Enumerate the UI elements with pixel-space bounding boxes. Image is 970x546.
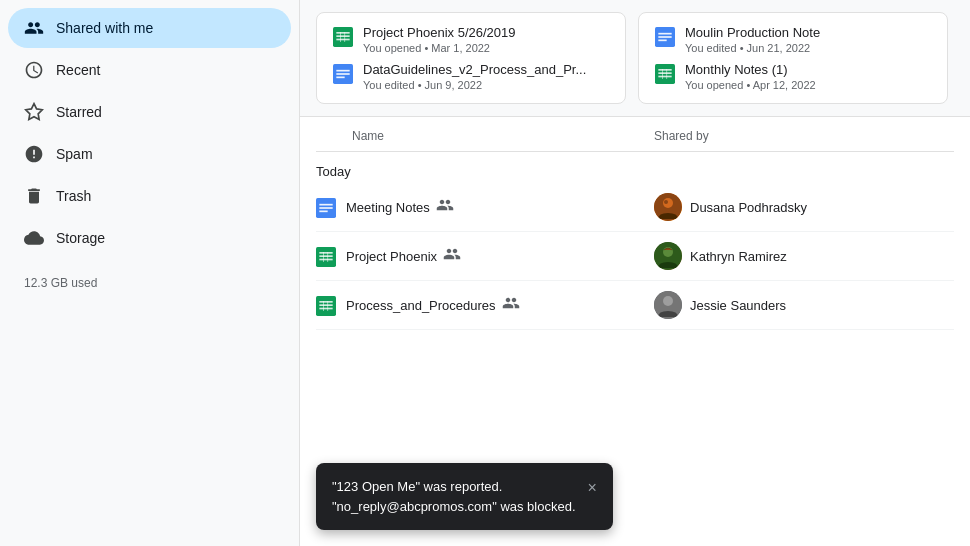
file-name-meeting-notes: Meeting Notes	[316, 196, 654, 218]
svg-rect-23	[319, 207, 332, 209]
file-card-row-1b: DataGuidelines_v2_Process_and_Pr... You …	[333, 62, 609, 91]
shared-by-phoenix: Kathryn Ramirez	[654, 242, 954, 270]
recent-cards-row: Project Phoenix 5/26/2019 You opened • M…	[300, 0, 970, 117]
file-name-text-meeting: Meeting Notes	[346, 196, 454, 218]
sheets-icon-1	[333, 27, 353, 47]
sidebar-item-shared-with-me[interactable]: Shared with me	[8, 8, 291, 48]
toast-close-button[interactable]: ×	[588, 479, 597, 497]
file-card-meta-1b: You edited • Jun 9, 2022	[363, 79, 586, 91]
svg-rect-39	[319, 308, 332, 310]
svg-rect-22	[319, 204, 332, 206]
svg-rect-37	[319, 301, 332, 303]
svg-rect-31	[319, 259, 332, 261]
file-name-project-phoenix: Project Phoenix	[316, 245, 654, 267]
svg-rect-16	[658, 69, 671, 71]
svg-rect-12	[658, 33, 671, 35]
clock-icon	[24, 60, 44, 80]
svg-rect-3	[336, 35, 349, 37]
file-card-2[interactable]: Moulin Production Note You edited • Jun …	[638, 12, 948, 104]
section-label-today: Today	[316, 152, 954, 183]
file-name-label-phoenix: Project Phoenix	[346, 249, 437, 264]
shared-people-icon-phoenix	[443, 245, 461, 267]
person-icon	[24, 18, 44, 38]
svg-rect-18	[658, 76, 671, 78]
star-icon	[24, 102, 44, 122]
shared-people-icon-meeting	[436, 196, 454, 218]
shared-by-name-meeting: Dusana Podhradsky	[690, 200, 807, 215]
sheets-icon-phoenix	[316, 247, 336, 267]
toast-text: "123 Open Me" was reported. "no_reply@ab…	[332, 477, 576, 516]
storage-used-text: 12.3 GB used	[24, 276, 97, 290]
svg-rect-9	[336, 73, 349, 75]
spam-icon	[24, 144, 44, 164]
col-name-header: Name	[316, 129, 654, 143]
file-card-1[interactable]: Project Phoenix 5/26/2019 You opened • M…	[316, 12, 626, 104]
storage-info: 12.3 GB used	[8, 268, 291, 298]
sidebar-item-label-recent: Recent	[56, 62, 100, 78]
main-content: Project Phoenix 5/26/2019 You opened • M…	[300, 0, 970, 546]
table-row[interactable]: Project Phoenix	[316, 232, 954, 281]
svg-rect-24	[319, 211, 327, 213]
file-card-name-1a: Project Phoenix 5/26/2019	[363, 25, 516, 40]
svg-rect-29	[319, 252, 332, 254]
file-card-info-2a: Moulin Production Note You edited • Jun …	[685, 25, 820, 54]
file-card-meta-1a: You opened • Mar 1, 2022	[363, 42, 516, 54]
file-list-header: Name Shared by	[316, 117, 954, 152]
sidebar: Shared with me Recent Starred Spam	[0, 0, 300, 546]
avatar-dusana	[654, 193, 682, 221]
file-card-name-2b: Monthly Notes (1)	[685, 62, 816, 77]
svg-point-27	[664, 200, 668, 204]
svg-rect-17	[658, 72, 671, 74]
file-name-text-process: Process_and_Procedures	[346, 294, 520, 316]
svg-rect-10	[336, 77, 344, 79]
svg-rect-13	[658, 36, 671, 38]
file-card-name-1b: DataGuidelines_v2_Process_and_Pr...	[363, 62, 586, 77]
svg-rect-14	[658, 40, 666, 42]
docs-icon-1	[333, 64, 353, 84]
file-name-process: Process_and_Procedures	[316, 294, 654, 316]
file-card-row-2a: Moulin Production Note You edited • Jun …	[655, 25, 931, 54]
file-card-meta-2a: You edited • Jun 21, 2022	[685, 42, 820, 54]
sidebar-item-storage[interactable]: Storage	[8, 218, 291, 258]
sidebar-item-spam[interactable]: Spam	[8, 134, 291, 174]
sidebar-item-label-trash: Trash	[56, 188, 91, 204]
file-card-row-1a: Project Phoenix 5/26/2019 You opened • M…	[333, 25, 609, 54]
svg-rect-30	[319, 255, 332, 257]
svg-rect-38	[319, 304, 332, 306]
file-card-name-2a: Moulin Production Note	[685, 25, 820, 40]
file-card-info-2b: Monthly Notes (1) You opened • Apr 12, 2…	[685, 62, 816, 91]
file-card-info-1b: DataGuidelines_v2_Process_and_Pr... You …	[363, 62, 586, 91]
toast-notification: "123 Open Me" was reported. "no_reply@ab…	[316, 463, 613, 530]
sidebar-item-starred[interactable]: Starred	[8, 92, 291, 132]
trash-icon	[24, 186, 44, 206]
sheets-icon-process	[316, 296, 336, 316]
table-row[interactable]: Process_and_Procedures Jess	[316, 281, 954, 330]
shared-by-process: Jessie Saunders	[654, 291, 954, 319]
file-name-label-meeting: Meeting Notes	[346, 200, 430, 215]
table-row[interactable]: Meeting Notes	[316, 183, 954, 232]
shared-by-name-process: Jessie Saunders	[690, 298, 786, 313]
docs-icon-2	[655, 27, 675, 47]
sidebar-item-label-spam: Spam	[56, 146, 93, 162]
sidebar-item-label-shared: Shared with me	[56, 20, 153, 36]
svg-marker-0	[26, 104, 43, 120]
sidebar-item-recent[interactable]: Recent	[8, 50, 291, 90]
avatar-jessie	[654, 291, 682, 319]
sidebar-item-label-starred: Starred	[56, 104, 102, 120]
sidebar-item-trash[interactable]: Trash	[8, 176, 291, 216]
col-shared-header: Shared by	[654, 129, 954, 143]
file-card-info-1a: Project Phoenix 5/26/2019 You opened • M…	[363, 25, 516, 54]
svg-point-43	[663, 296, 673, 306]
toast-line2: "no_reply@abcpromos.com" was blocked.	[332, 497, 576, 517]
file-card-meta-2b: You opened • Apr 12, 2022	[685, 79, 816, 91]
shared-by-name-phoenix: Kathryn Ramirez	[690, 249, 787, 264]
file-name-label-process: Process_and_Procedures	[346, 298, 496, 313]
svg-rect-2	[336, 32, 349, 34]
cloud-icon	[24, 228, 44, 248]
shared-people-icon-process	[502, 294, 520, 316]
avatar-kathryn	[654, 242, 682, 270]
toast-line1: "123 Open Me" was reported.	[332, 477, 576, 497]
sidebar-item-label-storage: Storage	[56, 230, 105, 246]
docs-icon-meeting	[316, 198, 336, 218]
file-card-row-2b: Monthly Notes (1) You opened • Apr 12, 2…	[655, 62, 931, 91]
